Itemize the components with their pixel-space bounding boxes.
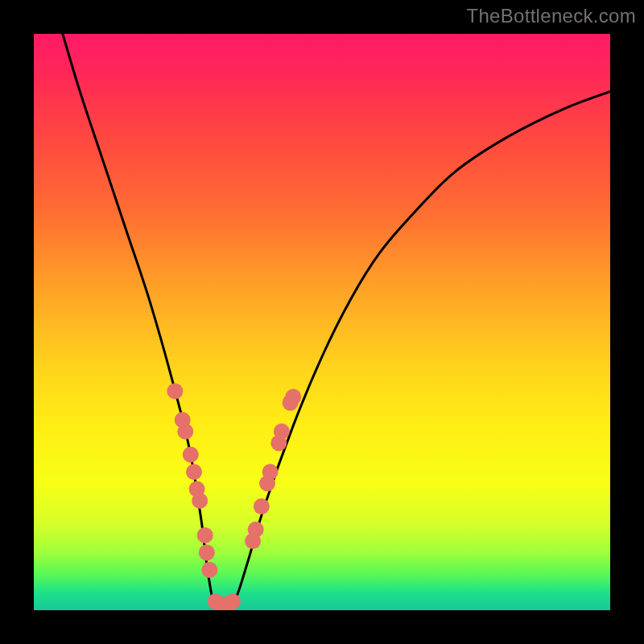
data-marker — [201, 562, 217, 578]
data-marker — [183, 447, 199, 463]
watermark-text: TheBottleneck.com — [466, 5, 636, 27]
data-marker — [274, 423, 290, 440]
chart-frame: TheBottleneck.com — [0, 0, 644, 644]
data-marker — [197, 527, 213, 543]
data-marker — [285, 389, 301, 405]
data-marker — [192, 493, 208, 509]
data-marker — [248, 522, 264, 538]
bottleneck-curve — [63, 34, 610, 610]
data-marker — [177, 423, 193, 440]
curve-layer — [34, 34, 610, 610]
data-marker — [254, 498, 270, 514]
plot-area — [34, 34, 610, 610]
data-marker — [199, 544, 215, 560]
data-markers — [167, 383, 301, 610]
data-marker — [225, 593, 241, 609]
data-marker — [186, 464, 202, 480]
data-marker — [262, 464, 279, 480]
data-marker — [167, 383, 183, 399]
bottleneck-curve-path — [63, 34, 610, 610]
